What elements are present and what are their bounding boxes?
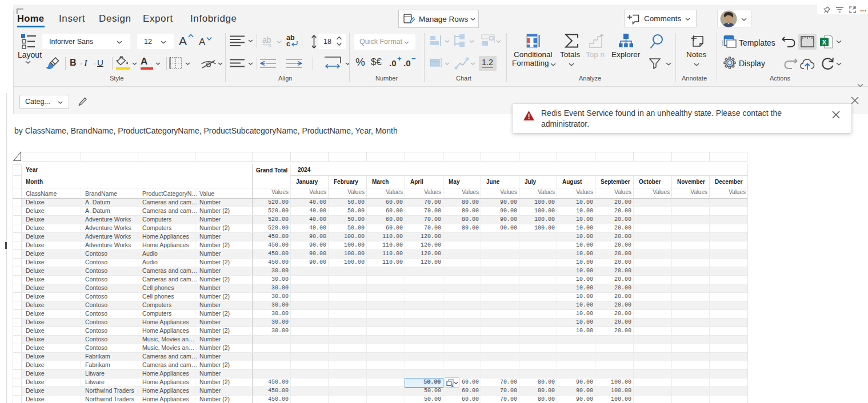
svg-text:X: X: [822, 39, 827, 46]
